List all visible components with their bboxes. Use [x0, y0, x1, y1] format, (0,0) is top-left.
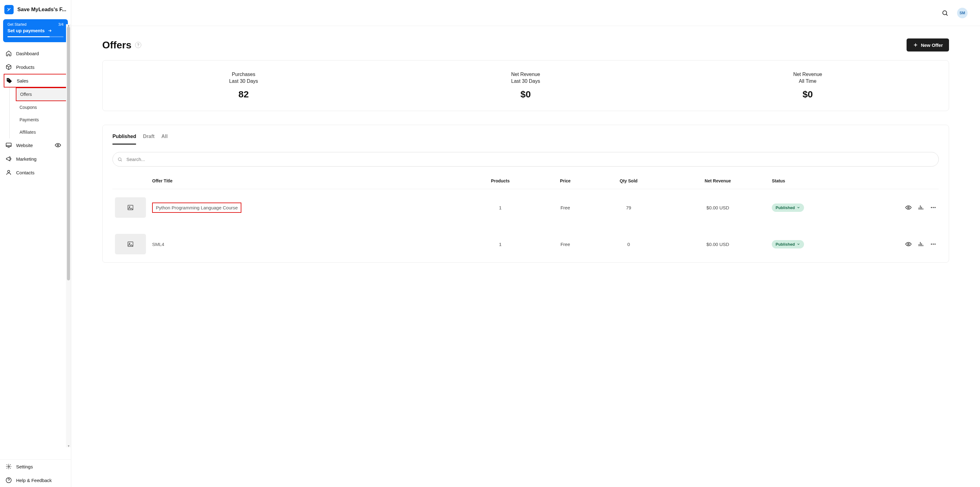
- cell-products: 1: [461, 226, 539, 262]
- svg-point-15: [129, 243, 130, 244]
- sidebar-sublabel-affiliates: Affiliates: [19, 130, 36, 135]
- sidebar-item-products[interactable]: Products: [0, 60, 71, 74]
- svg-point-10: [908, 207, 909, 208]
- stat-label: Net Revenue: [511, 72, 540, 77]
- scrollbar-thumb[interactable]: [67, 27, 70, 280]
- cell-price: Free: [539, 226, 591, 262]
- sidebar-item-marketing[interactable]: Marketing: [0, 152, 71, 166]
- stat-sub: Last 30 Days: [511, 78, 540, 84]
- tab-all[interactable]: All: [161, 134, 168, 145]
- sidebar-scrollbar[interactable]: ▲ ▼: [66, 24, 71, 447]
- offer-title-link[interactable]: Python Programming Language Course: [152, 203, 241, 213]
- sidebar-label-marketing: Marketing: [16, 156, 37, 161]
- stat-label: Purchases: [232, 72, 255, 77]
- cell-net: $0.00 USD: [666, 189, 769, 226]
- page-header: Offers ? New Offer: [102, 38, 949, 51]
- tag-icon: [6, 78, 13, 84]
- stats-card: Purchases Last 30 Days 82 Net Revenue La…: [102, 60, 949, 111]
- image-placeholder-icon: [126, 241, 134, 247]
- svg-point-9: [129, 207, 130, 208]
- new-offer-label: New Offer: [921, 43, 943, 48]
- sidebar-label-help: Help & Feedback: [16, 478, 52, 483]
- cell-qty: 0: [591, 226, 666, 262]
- get-started-label: Get Started: [8, 22, 26, 27]
- svg-point-17: [931, 244, 932, 244]
- col-status: Status: [769, 175, 892, 189]
- sidebar-label-contacts: Contacts: [16, 170, 34, 175]
- brand-row[interactable]: Save MyLeads's F...: [0, 0, 71, 19]
- image-placeholder-icon: [126, 204, 134, 211]
- stats-icon[interactable]: [918, 241, 924, 247]
- more-icon[interactable]: [930, 241, 936, 247]
- cell-price: Free: [539, 189, 591, 226]
- svg-point-16: [908, 244, 909, 245]
- status-badge[interactable]: Published: [772, 240, 804, 249]
- new-offer-button[interactable]: New Offer: [907, 38, 949, 51]
- get-started-title: Set up payments: [8, 28, 45, 33]
- scroll-down-icon[interactable]: ▼: [67, 444, 70, 448]
- help-icon: [6, 477, 12, 483]
- megaphone-icon: [6, 156, 12, 162]
- svg-point-18: [932, 244, 934, 244]
- offers-panel: Published Draft All Offer Title: [102, 125, 949, 263]
- col-title: Offer Title: [150, 175, 461, 189]
- sidebar-label-dashboard: Dashboard: [16, 51, 39, 56]
- status-badge[interactable]: Published: [772, 203, 804, 212]
- sidebar-subitem-coupons[interactable]: Coupons: [10, 101, 71, 113]
- stat-sub: Last 30 Days: [229, 78, 258, 84]
- tab-published[interactable]: Published: [113, 134, 136, 145]
- stat-value: $0: [802, 89, 813, 100]
- view-icon[interactable]: [905, 241, 912, 247]
- sidebar-item-website[interactable]: Website: [0, 138, 71, 152]
- cell-net: $0.00 USD: [666, 226, 769, 262]
- avatar[interactable]: SM: [957, 8, 967, 18]
- stat-sub: All Time: [799, 78, 816, 84]
- table-row: SML4 1 Free 0 $0.00 USD Published: [113, 226, 939, 262]
- sidebar-item-dashboard[interactable]: Dashboard: [0, 46, 71, 60]
- sidebar-sublabel-payments: Payments: [19, 117, 39, 122]
- sidebar-label-sales: Sales: [17, 78, 29, 83]
- sales-submenu: Offers Coupons Payments Affiliates: [9, 88, 71, 138]
- svg-point-11: [931, 207, 932, 208]
- home-icon: [6, 50, 12, 56]
- sidebar-subitem-offers[interactable]: Offers: [16, 88, 68, 101]
- more-icon[interactable]: [930, 204, 936, 211]
- get-started-card[interactable]: Get Started 3/4 Set up payments: [3, 19, 68, 42]
- sidebar-item-help[interactable]: Help & Feedback: [0, 473, 71, 487]
- chevron-down-icon: [797, 242, 800, 246]
- status-label: Published: [775, 242, 795, 247]
- sidebar-item-contacts[interactable]: Contacts: [0, 166, 71, 179]
- view-icon[interactable]: [905, 204, 912, 211]
- gear-icon: [6, 463, 12, 469]
- search-box: [113, 152, 939, 166]
- tab-draft[interactable]: Draft: [143, 134, 154, 145]
- sidebar-item-sales[interactable]: Sales: [4, 74, 68, 88]
- col-products: Products: [461, 175, 539, 189]
- svg-point-7: [118, 158, 121, 160]
- sidebar-item-settings[interactable]: Settings: [0, 460, 71, 473]
- col-net: Net Revenue: [666, 175, 769, 189]
- avatar-initials: SM: [959, 11, 965, 15]
- col-qty: Qty Sold: [591, 175, 666, 189]
- status-label: Published: [775, 205, 795, 210]
- search-input[interactable]: [113, 152, 939, 166]
- user-icon: [6, 169, 12, 176]
- sidebar-label-settings: Settings: [16, 464, 33, 469]
- sidebar-subitem-affiliates[interactable]: Affiliates: [10, 126, 71, 138]
- search-icon[interactable]: [942, 10, 948, 16]
- tabs: Published Draft All: [113, 134, 939, 145]
- stat-value: $0: [520, 89, 531, 100]
- sidebar-footer: Settings Help & Feedback: [0, 459, 71, 487]
- table-header-row: Offer Title Products Price Qty Sold Net …: [113, 175, 939, 189]
- offer-table: Offer Title Products Price Qty Sold Net …: [113, 175, 939, 262]
- table-row: Python Programming Language Course 1 Fre…: [113, 189, 939, 226]
- help-circle-icon[interactable]: ?: [135, 42, 141, 48]
- tab-draft-label: Draft: [143, 134, 154, 139]
- preview-icon[interactable]: [55, 142, 61, 148]
- svg-point-2: [57, 145, 59, 146]
- svg-point-3: [8, 170, 10, 172]
- stats-icon[interactable]: [918, 204, 924, 211]
- stat-net-revenue-30: Net Revenue Last 30 Days $0: [385, 72, 667, 100]
- sidebar-subitem-payments[interactable]: Payments: [10, 113, 71, 126]
- offer-title-link[interactable]: SML4: [152, 242, 164, 247]
